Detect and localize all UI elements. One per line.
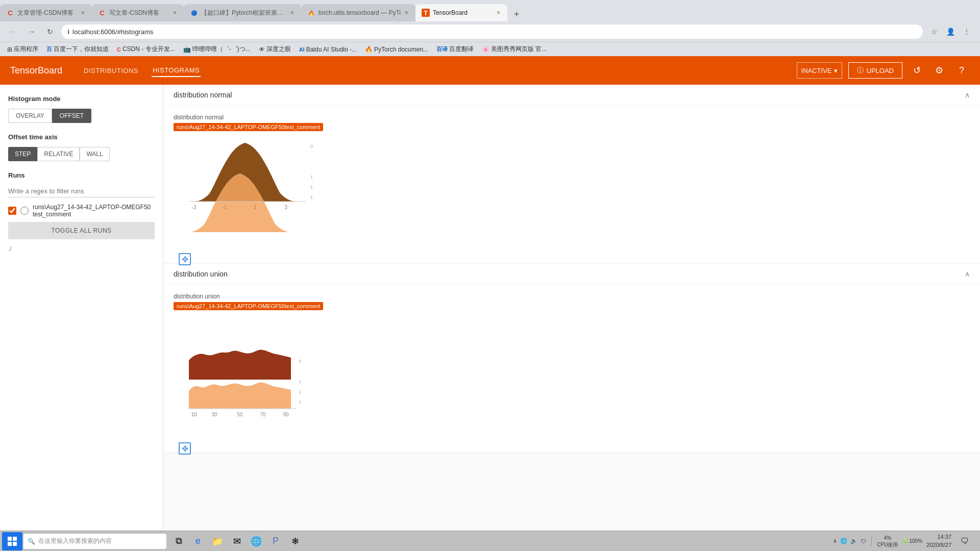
- bookmark-translate[interactable]: 百译 百度翻译: [433, 44, 477, 55]
- cpu-usage: 4% CPU使用: [877, 535, 898, 548]
- browser-tab-2[interactable]: C 写文章-CSDN博客 ×: [92, 4, 184, 21]
- forward-button[interactable]: →: [24, 24, 39, 39]
- overlay-button[interactable]: OVERLAY: [8, 109, 52, 123]
- search-icon: 🔍: [28, 538, 35, 545]
- start-button[interactable]: [2, 532, 22, 550]
- svg-text:-3: -3: [192, 205, 197, 210]
- help-button[interactable]: ?: [953, 62, 970, 79]
- app: TensorBoard DISTRIBUTIONS HISTOGRAMS INA…: [0, 56, 980, 551]
- edge-button[interactable]: e: [189, 532, 207, 550]
- mail-button[interactable]: ✉: [228, 532, 246, 550]
- browser-actions: ☆ 👤 ⋮: [927, 24, 974, 39]
- translate-icon: 百译: [436, 45, 448, 53]
- tray-arrow[interactable]: ∧: [833, 538, 837, 544]
- chart-section-union-header: distribution union ∧: [163, 264, 980, 285]
- browser-chrome: C 文章管理-CSDN博客 × C 写文章-CSDN博客 × 🔵 【超口碑】Py…: [0, 0, 980, 56]
- runs-section: Runs runs\Aug27_14-34-42_LAPTOP-OMEGF50t…: [8, 171, 155, 253]
- svg-text:0: 0: [299, 359, 301, 364]
- browser-tab-4[interactable]: 🔥 torch.utils.tensorboard — PyTi ×: [301, 4, 415, 21]
- collapse-union-button[interactable]: ∧: [965, 270, 970, 278]
- bookmark-baidu-label: 百度一下，你就知道: [54, 45, 109, 54]
- bookmark-meitu[interactable]: 🌸 美图秀秀网页版 官...: [479, 44, 550, 55]
- tab4-close[interactable]: ×: [404, 8, 409, 17]
- refresh-button[interactable]: ↺: [909, 62, 925, 79]
- chart-run-tag-union: runs\Aug27_14-34-42_LAPTOP-OMEGF50test_c…: [174, 302, 323, 310]
- more-button[interactable]: ⋮: [960, 24, 974, 39]
- ide-button[interactable]: P: [266, 532, 285, 550]
- svg-text:50: 50: [237, 412, 243, 417]
- nav-histograms[interactable]: HISTOGRAMS: [152, 64, 201, 77]
- address-bar[interactable]: ℹ localhost:6006/#histograms: [61, 24, 923, 39]
- offset-button[interactable]: OFFSET: [52, 109, 91, 123]
- bookmark-pytorch[interactable]: 🔥 PyTorch documen...: [362, 45, 431, 54]
- svg-text:0: 0: [310, 144, 313, 149]
- relative-button[interactable]: RELATIVE: [37, 147, 80, 161]
- collapse-normal-button[interactable]: ∧: [965, 91, 970, 99]
- settings-button[interactable]: ⚙: [931, 62, 947, 79]
- battery-icon: 🔋: [902, 538, 908, 544]
- taskbar-items: ⧉ e 📁 ✉ 🌐 P ❄: [169, 532, 304, 550]
- date: 2020/8/27: [926, 541, 951, 549]
- pytorch-icon: 🔥: [365, 46, 373, 53]
- tab5-favicon: T: [422, 9, 430, 17]
- axis-buttons: STEP RELATIVE WALL: [8, 147, 155, 161]
- histogram-mode-section: Histogram mode OVERLAY OFFSET: [8, 95, 155, 123]
- explorer-button[interactable]: 📁: [208, 532, 227, 550]
- tab2-favicon: C: [98, 9, 106, 17]
- wall-button[interactable]: WALL: [80, 147, 109, 161]
- run-checkbox-1[interactable]: [8, 207, 16, 215]
- histogram-union-svg: 10 30 50 70 90 0 1 1 1: [179, 314, 322, 437]
- bookmark-star-button[interactable]: ☆: [927, 24, 941, 39]
- run-item-1: runs\Aug27_14-34-42_LAPTOP-OMEGF50test_c…: [8, 204, 155, 218]
- taskbar-search[interactable]: 🔍 在这里输入你要搜索的内容: [23, 534, 166, 549]
- svg-text:1: 1: [299, 399, 301, 405]
- tab1-close[interactable]: ×: [80, 8, 86, 17]
- reload-button[interactable]: ↻: [43, 24, 57, 39]
- tab3-close[interactable]: ×: [289, 8, 295, 17]
- inactive-select[interactable]: INACTIVE ▾: [797, 62, 842, 79]
- back-button[interactable]: ←: [6, 24, 20, 39]
- bookmark-baidu-ai[interactable]: AI Baidu AI Studio -...: [296, 45, 360, 54]
- misc-button[interactable]: ❄: [286, 532, 304, 550]
- bookmark-meitu-label: 美图秀秀网页版 官...: [491, 45, 547, 54]
- tab2-close[interactable]: ×: [172, 8, 178, 17]
- notification-button[interactable]: 🗨: [955, 532, 974, 550]
- nav-distributions[interactable]: DISTRIBUTIONS: [83, 65, 139, 77]
- bookmark-csdn[interactable]: C CSDN - 专业开发...: [114, 44, 178, 55]
- step-button[interactable]: STEP: [8, 147, 37, 161]
- toggle-all-runs-button[interactable]: TOGGLE ALL RUNS: [8, 222, 155, 239]
- expand-union-button[interactable]: ✥: [179, 442, 191, 455]
- svg-text:3: 3: [284, 205, 287, 210]
- browser-tab-5[interactable]: T TensorBoard ×: [415, 4, 507, 21]
- profile-button[interactable]: 👤: [943, 24, 958, 39]
- bookmark-eye[interactable]: 👁 深度之眼: [256, 44, 294, 55]
- svg-text:10: 10: [191, 412, 197, 417]
- offset-time-title: Offset time axis: [8, 133, 155, 141]
- new-tab-button[interactable]: +: [509, 7, 524, 21]
- bookmark-apps[interactable]: ⊞ 应用程序: [4, 44, 41, 55]
- upload-button[interactable]: ⓘ UPLOAD: [848, 62, 902, 79]
- bookmark-baidu-ai-label: Baidu AI Studio -...: [306, 46, 357, 53]
- sidebar: Histogram mode OVERLAY OFFSET Offset tim…: [0, 85, 163, 551]
- expand-normal-button[interactable]: ✥: [179, 253, 191, 265]
- runs-filter-input[interactable]: [8, 185, 155, 197]
- bookmark-baidu[interactable]: 百 百度一下，你就知道: [43, 44, 112, 55]
- bookmark-bilibili[interactable]: 📺 哔哩哔哩（゜-゜)つ...: [180, 44, 254, 55]
- tab5-title: TensorBoard: [433, 9, 493, 16]
- eye-icon: 👁: [259, 46, 265, 53]
- chrome-button[interactable]: 🌐: [247, 532, 265, 550]
- browser-tab-1[interactable]: C 文章管理-CSDN博客 ×: [0, 4, 92, 21]
- chart-info-normal: distribution normal runs\Aug27_14-34-42_…: [174, 114, 970, 131]
- address-bar-row: ← → ↻ ℹ localhost:6006/#histograms ☆ 👤 ⋮: [0, 21, 980, 42]
- tab4-favicon: 🔥: [307, 9, 315, 17]
- svg-rect-21: [13, 537, 17, 541]
- tab5-close[interactable]: ×: [496, 8, 501, 17]
- task-view-button[interactable]: ⧉: [169, 532, 188, 550]
- browser-tab-3[interactable]: 🔵 【超口碑】Pytorch框架班第五期 ×: [184, 4, 301, 21]
- run-radio-1[interactable]: [20, 207, 29, 215]
- battery-percent: 100%: [909, 538, 922, 544]
- app-title: TensorBoard: [10, 65, 62, 76]
- bookmark-bilibili-label: 哔哩哔哩（゜-゜)つ...: [192, 45, 251, 54]
- speaker-icon: 🔊: [850, 538, 857, 544]
- svg-text:1: 1: [310, 174, 313, 180]
